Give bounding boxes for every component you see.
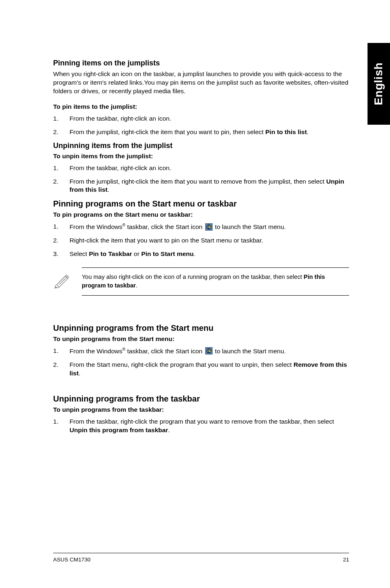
list-number: 1.	[53, 417, 69, 435]
list-item: 2. From the jumplist, right-click the it…	[53, 128, 349, 137]
list-item: 2. From the Start menu, right-click the …	[53, 361, 349, 378]
list-item: 1. From the Windows® taskbar, click the …	[53, 222, 349, 231]
list-text: From the jumplist, right-click the item …	[69, 177, 349, 195]
list-text: From the jumplist, right-click the item …	[69, 128, 349, 137]
footer-page-number: 21	[343, 557, 349, 563]
subheading: To unpin programs from the Start menu:	[53, 335, 349, 343]
note-text: You may also right-click on the icon of …	[82, 267, 349, 296]
svg-point-1	[206, 224, 211, 229]
list-number: 1.	[53, 347, 69, 356]
list-text: From the Start menu, right-click the pro…	[69, 361, 349, 378]
subheading: To unpin items from the jumplist:	[53, 153, 349, 160]
list-text: From the taskbar, right-click an icon.	[69, 114, 349, 123]
list-item: 1. From the taskbar, right-click the pro…	[53, 417, 349, 435]
language-tab-label: English	[372, 63, 386, 105]
list-text: Right-click the item that you want to pi…	[69, 236, 349, 245]
heading-unpinning-start: Unpinning programs from the Start menu	[53, 323, 349, 333]
paragraph: When you right-click an icon on the task…	[53, 70, 349, 96]
note-box: You may also right-click on the icon of …	[53, 267, 349, 296]
list-text: From the taskbar, right-click the progra…	[69, 417, 349, 435]
list-number: 2.	[53, 361, 69, 378]
heading-unpinning-taskbar: Unpinning programs from the taskbar	[53, 394, 349, 404]
list-item: 2. Right-click the item that you want to…	[53, 236, 349, 245]
windows-start-icon	[205, 347, 213, 355]
subheading: To unpin programs from the taskbar:	[53, 406, 349, 413]
list-item: 1. From the taskbar, right-click an icon…	[53, 114, 349, 123]
list-number: 2.	[53, 128, 69, 137]
list-text: From the Windows® taskbar, click the Sta…	[69, 222, 349, 231]
list-item: 2. From the jumplist, right-click the it…	[53, 177, 349, 195]
list-number: 3.	[53, 250, 69, 258]
list-number: 1.	[53, 222, 69, 231]
list-number: 1.	[53, 114, 69, 123]
heading-pinning-start-taskbar: Pinning programs on the Start menu or ta…	[53, 199, 349, 209]
list-item: 3. Select Pin to Taskbar or Pin to Start…	[53, 250, 349, 258]
list-item: 1. From the Windows® taskbar, click the …	[53, 347, 349, 356]
list-item: 1. From the taskbar, right-click an icon…	[53, 164, 349, 173]
heading-pinning-jumplists: Pinning items on the jumplists	[53, 59, 349, 67]
list-text: From the Windows® taskbar, click the Sta…	[69, 347, 349, 356]
footer-product: ASUS CM1730	[53, 557, 91, 563]
language-tab: English	[368, 43, 390, 125]
list-number: 2.	[53, 177, 69, 195]
footer: ASUS CM1730 21	[53, 553, 349, 563]
list-number: 1.	[53, 164, 69, 173]
list-number: 2.	[53, 236, 69, 245]
list-text: Select Pin to Taskbar or Pin to Start me…	[69, 250, 349, 258]
heading-unpinning-jumplist: Unpinning items from the jumplist	[53, 141, 349, 150]
subheading: To pin items to the jumplist:	[53, 103, 349, 110]
windows-start-icon	[205, 223, 213, 231]
svg-point-3	[206, 348, 211, 353]
pencil-note-icon	[53, 267, 82, 290]
page: English Pinning items on the jumplists W…	[0, 0, 390, 588]
subheading: To pin programs on the Start menu or tas…	[53, 211, 349, 218]
list-text: From the taskbar, right-click an icon.	[69, 164, 349, 173]
